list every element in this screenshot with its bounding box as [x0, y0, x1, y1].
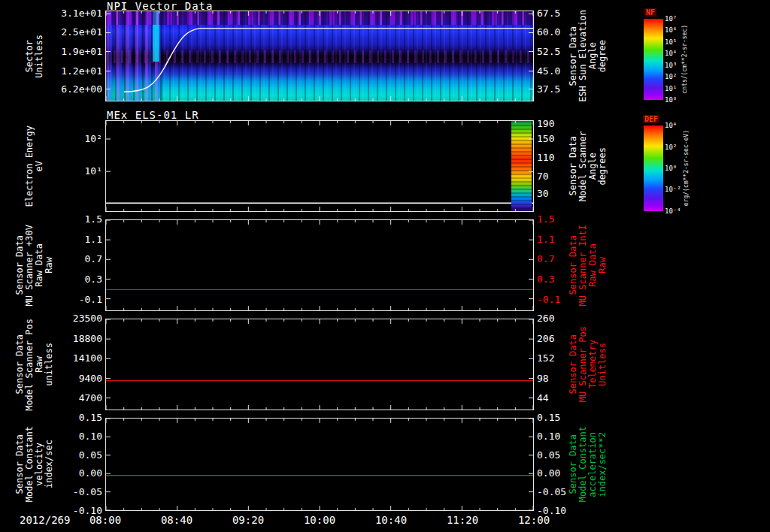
colorbar-nf-unit: cnts/(cm**2-sr-sec) [679, 19, 690, 100]
tick-label: 190 [537, 119, 585, 129]
panel3-axis-ticks [106, 220, 533, 310]
tick-label: 18800 [53, 334, 102, 344]
tick-label: 152 [537, 353, 585, 364]
tick-label: 150 [537, 134, 585, 144]
tick-label: 23500 [53, 313, 102, 324]
tick-label: -0.1 [53, 295, 102, 305]
tick-label: 0.7 [53, 254, 102, 264]
panel1-axis-ticks [106, 11, 533, 101]
tick-label: 45.0 [537, 66, 585, 77]
tick-label: 0.05 [53, 450, 102, 461]
tick-label: 98 [537, 373, 585, 384]
axis-label-line: Unitless [35, 35, 44, 78]
colorbar-def-ticks: 10⁴ 10² 10⁰ 10⁻² 10⁻⁴ [665, 125, 681, 211]
time-tick-label: 09:20 [224, 514, 272, 526]
tick-label: 70 [537, 171, 585, 182]
tick-label: 10⁷ [665, 15, 677, 23]
tick-label: 110 [537, 153, 585, 163]
axis-label-line: index/sec**2 [598, 432, 608, 497]
colorbar-def [644, 125, 663, 211]
tick-label: 1.5 [537, 214, 585, 225]
panel4-left-axis-label: Sensor Data Model Scanner Pos Raw unitle… [11, 319, 59, 410]
tick-label: 0.05 [537, 450, 585, 461]
tick-label: 10⁰ [665, 96, 677, 104]
colorbar-unit-label: erg/(cm**2-sr-sec-eV) [681, 130, 691, 206]
panel5-left-axis-label: Sensor Data Model Constant velocity inde… [11, 418, 59, 511]
panel1-left-axis-label: Sector Unitless [18, 11, 51, 101]
tick-label: 10⁰ [665, 165, 677, 172]
panel4-axis-ticks [106, 319, 533, 410]
right-tick-labels: 67.5 60.0 52.5 45.0 37.5 190 150 110 70 … [537, 0, 585, 532]
tick-label: 9400 [53, 373, 102, 384]
tick-label: 206 [537, 334, 585, 344]
tick-label: 60.0 [537, 27, 585, 38]
tick-label: 10³ [665, 62, 677, 69]
axis-label-line: Raw [598, 257, 608, 274]
time-tick-label: 12:00 [510, 514, 558, 526]
tick-label: 0.10 [537, 431, 585, 442]
tick-label: 67.5 [537, 8, 585, 19]
left-tick-labels: 3.1e+01 2.5e+01 1.9e+01 1.2e+01 6.2e+00 … [53, 0, 102, 532]
tick-label: 10¹ [53, 166, 102, 177]
tick-label: -0.1 [537, 295, 585, 305]
axis-label-line: degrees [598, 147, 608, 186]
tick-label: 0.15 [537, 413, 585, 423]
tick-label: 10⁴ [665, 122, 677, 129]
panel5-axis-ticks [106, 419, 533, 510]
tick-label: 0.00 [53, 468, 102, 479]
panel2-spectrogram[interactable] [105, 120, 534, 212]
tick-label: 1.9e+01 [53, 47, 102, 57]
tick-label: 14100 [53, 353, 102, 364]
colorbar-nf-ticks: 10⁷ 10⁶ 10⁵ 10⁴ 10³ 10² 10¹ 10⁰ [665, 19, 678, 100]
panel1-spectrogram[interactable] [105, 11, 534, 101]
panel5-line-plot[interactable] [105, 418, 534, 511]
axis-label-line: eV [35, 161, 44, 171]
tick-label: 1.5 [53, 214, 102, 225]
tick-label: 0.3 [537, 274, 585, 285]
tick-label: 44 [537, 393, 585, 404]
tick-label: 10² [665, 73, 677, 80]
time-axis: 2012/269 08:00 08:40 09:20 10:00 10:40 1… [0, 514, 770, 529]
colorbar-unit-label: cnts/(cm**2-sr-sec) [680, 25, 690, 94]
panel4-line-plot[interactable] [105, 319, 534, 410]
tick-label: 0.15 [53, 413, 102, 423]
axis-label-line: Unitless [598, 343, 608, 386]
tick-label: 10⁴ [665, 50, 677, 57]
tick-label: 10⁻² [665, 186, 681, 193]
tick-label: 1.1 [537, 234, 585, 245]
tick-label: 52.5 [537, 47, 585, 57]
tick-label: 260 [537, 313, 585, 324]
plot-screen: NPI Vector Data Sector Unitless Sensor D… [0, 0, 770, 532]
date-label: 2012/269 [20, 514, 70, 526]
tick-label: 6.2e+00 [53, 84, 102, 95]
tick-label: 10² [665, 144, 677, 151]
panel2-left-axis-label: Electron Energy eV [18, 120, 51, 212]
time-tick-label: 11:20 [438, 514, 487, 526]
tick-label: 30 [537, 189, 585, 199]
colorbar-def-unit: erg/(cm**2-sr-sec-eV) [681, 125, 691, 211]
tick-label: 4700 [53, 393, 102, 404]
colorbar-nf [644, 19, 663, 100]
tick-label: 0.00 [537, 468, 585, 479]
tick-label: 0.10 [53, 431, 102, 442]
time-tick-label: 08:00 [81, 514, 129, 526]
colorbar-def-title: DEF [643, 115, 659, 123]
tick-label: 1.2e+01 [53, 66, 102, 77]
panel3-left-axis-label: Sensor Data MU Scanner +30V Raw Data Raw [11, 219, 59, 311]
tick-label: 0.7 [537, 254, 585, 264]
tick-label: 1.1 [53, 234, 102, 245]
tick-label: 10⁻⁴ [665, 207, 681, 215]
tick-label: 10¹ [665, 85, 677, 92]
tick-label: 10⁵ [665, 38, 677, 46]
panel2-axis-ticks [106, 121, 533, 211]
tick-label: 0.3 [53, 274, 102, 285]
tick-label: 10⁶ [665, 26, 677, 34]
tick-label: 10² [53, 134, 102, 144]
tick-label: 37.5 [537, 84, 585, 95]
time-tick-label: 10:00 [296, 514, 344, 526]
tick-label: 2.5e+01 [53, 27, 102, 38]
axis-label-line: degree [598, 40, 608, 72]
time-tick-label: 10:40 [367, 514, 415, 526]
panel3-line-plot[interactable] [105, 219, 534, 311]
time-tick-label: 08:40 [153, 514, 201, 526]
